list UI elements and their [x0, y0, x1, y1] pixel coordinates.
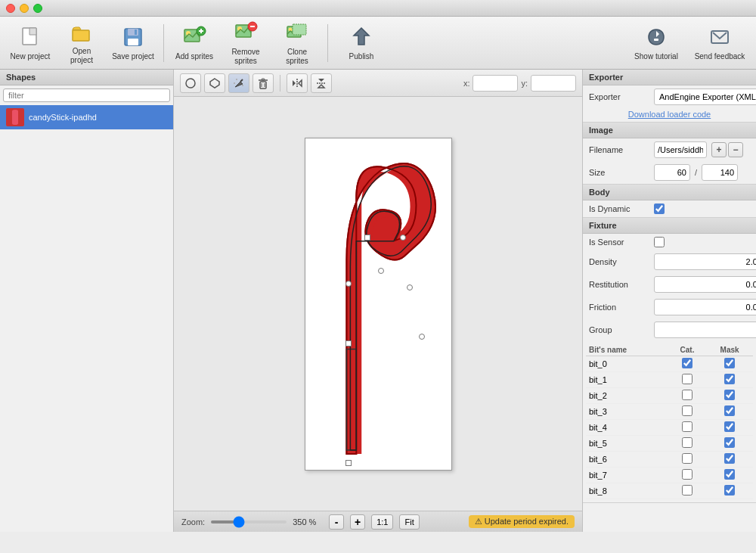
zoom-slider[interactable]	[211, 520, 287, 523]
flip-v-button[interactable]	[311, 73, 332, 93]
exporter-select[interactable]: AndEngine Exporter (XML)	[654, 89, 756, 105]
delete-tool-button[interactable]	[253, 73, 274, 93]
maximize-button[interactable]	[33, 4, 42, 13]
bit-mask-checkbox-5[interactable]	[724, 437, 735, 448]
sidebar-filter-input[interactable]	[3, 89, 170, 102]
bit-mask-checkbox-8[interactable]	[724, 485, 735, 496]
bit-cat-3[interactable]	[668, 404, 706, 420]
bit-mask-8[interactable]	[706, 483, 753, 499]
size-h-input[interactable]	[702, 164, 738, 181]
control-point-6[interactable]	[364, 235, 370, 241]
bit-mask-checkbox-3[interactable]	[724, 405, 735, 416]
filename-remove-button[interactable]: −	[728, 142, 743, 157]
friction-input[interactable]	[654, 299, 756, 315]
clone-sprites-label: Clone sprites	[276, 48, 318, 66]
bit-mask-5[interactable]	[706, 436, 753, 452]
bit-cat-checkbox-8[interactable]	[682, 485, 692, 496]
bit-mask-7[interactable]	[706, 468, 753, 483]
shape-thumbnail	[6, 108, 24, 126]
close-button[interactable]	[6, 4, 15, 13]
y-input[interactable]	[531, 75, 576, 92]
bit-cat-checkbox-6[interactable]	[682, 453, 692, 464]
bit-mask-checkbox-1[interactable]	[724, 374, 735, 384]
add-sprites-button[interactable]: Add sprites	[170, 20, 218, 66]
zoom-fit-button[interactable]: Fit	[399, 514, 419, 530]
bit-mask-6[interactable]	[706, 452, 753, 468]
bit-cat-checkbox-1[interactable]	[682, 374, 692, 384]
bit-cat-checkbox-2[interactable]	[682, 390, 692, 400]
save-project-button[interactable]: Save project	[109, 20, 157, 66]
bit-cat-5[interactable]	[668, 436, 706, 452]
control-point-2[interactable]	[407, 284, 413, 290]
canvas-viewport[interactable]	[174, 97, 582, 511]
download-loader-link[interactable]: Download loader code	[583, 108, 756, 122]
size-w-input[interactable]	[654, 164, 690, 181]
bit-mask-0[interactable]	[706, 356, 753, 372]
zoom-plus-button[interactable]: +	[350, 514, 365, 530]
bit-cat-1[interactable]	[668, 372, 706, 388]
exporter-row: Exporter AndEngine Exporter (XML)	[583, 85, 756, 108]
bit-row-4: bit_4	[586, 420, 753, 436]
polygon-tool-button[interactable]	[204, 73, 225, 93]
control-point-5[interactable]	[345, 340, 352, 346]
bit-cat-0[interactable]	[668, 356, 706, 372]
bit-cat-6[interactable]	[668, 452, 706, 468]
bit-cat-checkbox-4[interactable]	[682, 421, 692, 432]
bit-mask-checkbox-6[interactable]	[724, 453, 735, 464]
publish-label: Publish	[349, 52, 374, 61]
group-input[interactable]	[654, 322, 756, 338]
bit-cat-8[interactable]	[668, 483, 706, 499]
remove-sprites-button[interactable]: Remove sprites	[222, 20, 270, 66]
bit-cat-checkbox-0[interactable]	[682, 358, 692, 368]
bit-row-2: bit_2	[586, 388, 753, 404]
restitution-input[interactable]	[654, 276, 756, 293]
is-dynamic-row: Is Dynamic	[583, 200, 756, 217]
bit-name-8: bit_8	[586, 483, 668, 499]
titlebar	[0, 0, 756, 17]
density-input[interactable]	[654, 253, 756, 270]
circle-tool-button[interactable]	[180, 73, 201, 93]
bit-cat-4[interactable]	[668, 420, 706, 436]
is-sensor-checkbox[interactable]	[654, 237, 665, 247]
wand-tool-button[interactable]	[228, 73, 249, 93]
bit-mask-2[interactable]	[706, 388, 753, 404]
bit-mask-4[interactable]	[706, 420, 753, 436]
send-feedback-button[interactable]: Send feedback	[689, 20, 750, 66]
minimize-button[interactable]	[20, 4, 29, 13]
control-point-4[interactable]	[400, 235, 406, 241]
xy-inputs: x: y:	[463, 75, 576, 92]
bit-cat-checkbox-3[interactable]	[682, 405, 692, 416]
bit-cat-7[interactable]	[668, 468, 706, 483]
filename-add-button[interactable]: +	[711, 142, 727, 157]
bit-mask-3[interactable]	[706, 404, 753, 420]
bit-cat-checkbox-7[interactable]	[682, 469, 692, 480]
clone-sprites-button[interactable]: Clone sprites	[273, 20, 321, 66]
open-project-button[interactable]: Open project	[57, 20, 106, 66]
control-point-1[interactable]	[378, 268, 384, 274]
x-input[interactable]	[472, 75, 518, 92]
zoom-1to1-button[interactable]: 1:1	[371, 514, 393, 530]
control-point-3[interactable]	[419, 334, 425, 340]
bit-mask-1[interactable]	[706, 372, 753, 388]
is-dynamic-checkbox[interactable]	[654, 203, 665, 214]
update-badge[interactable]: ⚠ Update period expired.	[469, 515, 575, 528]
bit-cat-checkbox-5[interactable]	[682, 437, 692, 448]
bit-mask-checkbox-2[interactable]	[724, 390, 735, 400]
bit-mask-checkbox-7[interactable]	[724, 469, 735, 480]
filename-input[interactable]	[654, 141, 707, 158]
bit-mask-checkbox-4[interactable]	[724, 421, 735, 432]
zoom-minus-button[interactable]: -	[329, 514, 344, 530]
add-sprites-icon	[182, 25, 206, 49]
new-project-button[interactable]: New project	[6, 20, 54, 66]
sidebar-item-0[interactable]: candyStick-ipadhd	[0, 105, 173, 129]
show-tutorial-button[interactable]: Show tutorial	[626, 20, 686, 66]
control-point-7[interactable]	[345, 460, 352, 466]
bit-mask-checkbox-0[interactable]	[724, 358, 735, 368]
control-point-0[interactable]	[345, 281, 352, 287]
size-label: Size	[589, 168, 649, 177]
publish-button[interactable]: Publish	[334, 20, 389, 66]
main-toolbar: New project Open project Save project	[0, 17, 756, 70]
bit-cat-2[interactable]	[668, 388, 706, 404]
svg-rect-36	[305, 335, 451, 469]
flip-h-button[interactable]	[287, 73, 308, 93]
